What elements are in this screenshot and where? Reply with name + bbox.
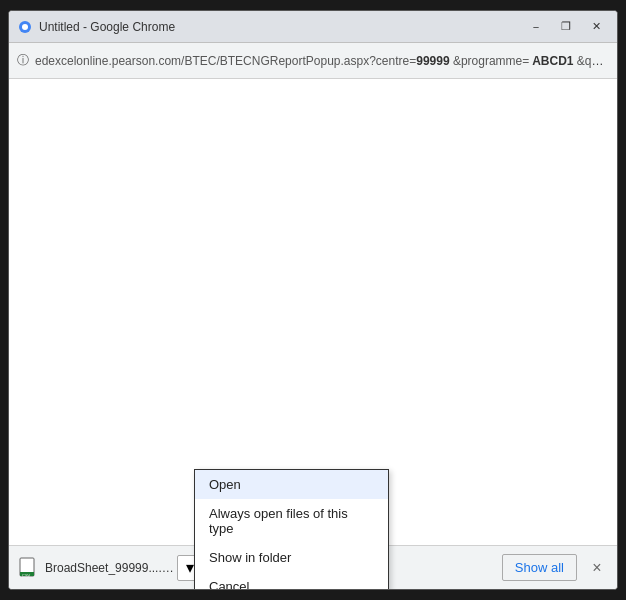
- window-controls: − ❐ ✕: [523, 17, 609, 37]
- close-downloads-button[interactable]: ×: [585, 556, 609, 580]
- lock-icon: ⓘ: [17, 52, 29, 69]
- browser-icon: [17, 19, 33, 35]
- maximize-button[interactable]: ❐: [553, 17, 579, 37]
- browser-window: Untitled - Google Chrome − ❐ ✕ ⓘ edexcel…: [8, 10, 618, 590]
- url-qualif: &qualif...: [574, 54, 609, 68]
- url-programme-value: ABCD1: [529, 54, 573, 68]
- context-menu-always-open[interactable]: Always open files of this type: [195, 499, 388, 543]
- context-menu: Open Always open files of this type Show…: [194, 469, 389, 590]
- url-centre: 99999: [416, 54, 449, 68]
- download-item: CSV BroadSheet_99999....csv: [17, 556, 175, 580]
- close-button[interactable]: ✕: [583, 17, 609, 37]
- title-bar: Untitled - Google Chrome − ❐ ✕: [9, 11, 617, 43]
- context-menu-cancel[interactable]: Cancel: [195, 572, 388, 590]
- address-url[interactable]: edexcelonline.pearson.com/BTEC/BTECNGRep…: [35, 54, 609, 68]
- svg-text:CSV: CSV: [22, 572, 31, 577]
- minimize-button[interactable]: −: [523, 17, 549, 37]
- browser-content: Open Always open files of this type Show…: [9, 79, 617, 545]
- context-menu-open[interactable]: Open: [195, 470, 388, 499]
- address-bar: ⓘ edexcelonline.pearson.com/BTEC/BTECNGR…: [9, 43, 617, 79]
- svg-point-1: [22, 24, 28, 30]
- url-programme-label: &programme=: [450, 54, 530, 68]
- context-menu-show-in-folder[interactable]: Show in folder: [195, 543, 388, 572]
- window-title: Untitled - Google Chrome: [39, 20, 523, 34]
- url-prefix: edexcelonline.pearson.com/BTEC/BTECNGRep…: [35, 54, 416, 68]
- download-filename: BroadSheet_99999....csv: [45, 561, 175, 575]
- csv-file-icon: CSV: [17, 556, 41, 580]
- show-all-button[interactable]: Show all: [502, 554, 577, 581]
